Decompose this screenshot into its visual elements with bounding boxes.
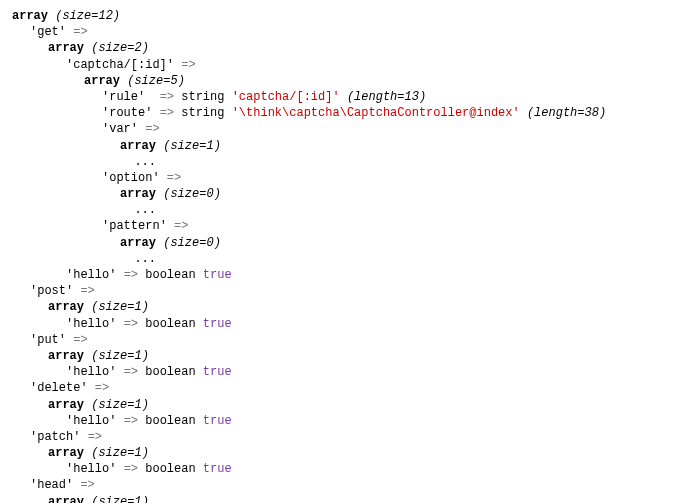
string-value: '\think\captcha\CaptchaController@index'	[232, 106, 520, 120]
array-keyword: array	[12, 9, 48, 23]
array-keyword: array	[84, 74, 120, 88]
array-keyword: array	[48, 495, 84, 503]
arrow-icon: =>	[124, 317, 138, 331]
hello-key: hello	[73, 365, 109, 379]
entry-key: route	[109, 106, 145, 120]
arrow-icon: =>	[73, 25, 87, 39]
array-size: (size=1)	[163, 139, 221, 153]
ellipsis: ...	[134, 155, 156, 169]
arrow-icon: =>	[73, 333, 87, 347]
arrow-icon: =>	[124, 365, 138, 379]
array-keyword: array	[120, 236, 156, 250]
method-key: patch	[37, 430, 73, 444]
bool-value: true	[203, 268, 232, 282]
arrow-icon: =>	[181, 58, 195, 72]
bool-value: true	[203, 414, 232, 428]
bool-value: true	[203, 365, 232, 379]
length-label: (length=13)	[347, 90, 426, 104]
arrow-icon: =>	[167, 171, 181, 185]
array-keyword: array	[48, 300, 84, 314]
array-size: (size=2)	[91, 41, 149, 55]
entry-key: option	[109, 171, 152, 185]
arrow-icon: =>	[95, 381, 109, 395]
string-value: 'captcha/[:id]'	[232, 90, 340, 104]
arrow-icon: =>	[80, 478, 94, 492]
type-label: boolean	[145, 414, 195, 428]
arrow-icon: =>	[174, 219, 188, 233]
method-key: post	[37, 284, 66, 298]
type-label: boolean	[145, 365, 195, 379]
array-keyword: array	[120, 187, 156, 201]
hello-key: hello	[73, 268, 109, 282]
type-label: boolean	[145, 317, 195, 331]
ellipsis: ...	[134, 252, 156, 266]
bool-value: true	[203, 317, 232, 331]
route-key: captcha/[:id]	[73, 58, 167, 72]
array-size: (size=1)	[91, 398, 149, 412]
bool-value: true	[203, 462, 232, 476]
array-size: (size=1)	[91, 300, 149, 314]
arrow-icon: =>	[80, 284, 94, 298]
array-size: (size=12)	[55, 9, 120, 23]
type-label: boolean	[145, 268, 195, 282]
arrow-icon: =>	[124, 462, 138, 476]
arrow-icon: =>	[124, 414, 138, 428]
array-size: (size=5)	[127, 74, 185, 88]
arrow-icon: =>	[145, 122, 159, 136]
type-label: boolean	[145, 462, 195, 476]
array-size: (size=1)	[91, 446, 149, 460]
type-label: string	[181, 106, 224, 120]
hello-key: hello	[73, 462, 109, 476]
array-keyword: array	[48, 349, 84, 363]
array-size: (size=1)	[91, 349, 149, 363]
method-key: delete	[37, 381, 80, 395]
array-keyword: array	[120, 139, 156, 153]
array-size: (size=0)	[163, 187, 221, 201]
array-keyword: array	[48, 398, 84, 412]
ellipsis: ...	[134, 203, 156, 217]
arrow-icon: =>	[88, 430, 102, 444]
entry-key: pattern	[109, 219, 159, 233]
length-label: (length=38)	[527, 106, 606, 120]
arrow-icon: =>	[160, 106, 174, 120]
array-size: (size=0)	[163, 236, 221, 250]
array-size: (size=1)	[91, 495, 149, 503]
hello-key: hello	[73, 317, 109, 331]
entry-key: rule	[109, 90, 138, 104]
type-label: string	[181, 90, 224, 104]
method-key: put	[37, 333, 59, 347]
array-keyword: array	[48, 446, 84, 460]
arrow-icon: =>	[124, 268, 138, 282]
method-key: head	[37, 478, 66, 492]
arrow-icon: =>	[160, 90, 174, 104]
hello-key: hello	[73, 414, 109, 428]
entry-key: var	[109, 122, 131, 136]
array-keyword: array	[48, 41, 84, 55]
var-dump-output: array (size=12) 'get' => array (size=2) …	[12, 8, 670, 503]
method-key: get	[37, 25, 59, 39]
